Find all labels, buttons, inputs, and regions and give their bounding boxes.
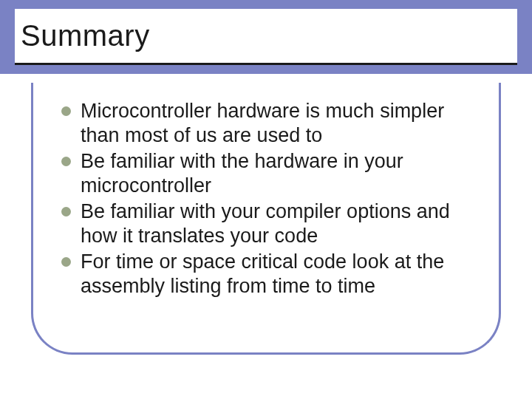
- bullet-list: Microcontroller hardware is much simpler…: [61, 99, 471, 299]
- bullet-icon: [61, 257, 71, 267]
- list-item: Microcontroller hardware is much simpler…: [61, 99, 471, 148]
- slide-content-frame: Microcontroller hardware is much simpler…: [31, 83, 501, 355]
- bullet-icon: [61, 207, 71, 216]
- list-item: Be familiar with your compiler options a…: [61, 200, 471, 248]
- list-item: Be familiar with the hardware in your mi…: [61, 149, 471, 198]
- bullet-icon: [61, 106, 71, 116]
- list-item: For time or space critical code look at …: [61, 250, 471, 299]
- bullet-text: Be familiar with the hardware in your mi…: [81, 150, 403, 197]
- slide-title-container: Summary: [15, 9, 517, 65]
- bullet-text: Be familiar with your compiler options a…: [81, 200, 450, 247]
- bullet-icon: [61, 157, 71, 166]
- slide-title: Summary: [21, 19, 150, 52]
- bullet-text: For time or space critical code look at …: [81, 250, 444, 297]
- bullet-text: Microcontroller hardware is much simpler…: [81, 100, 444, 146]
